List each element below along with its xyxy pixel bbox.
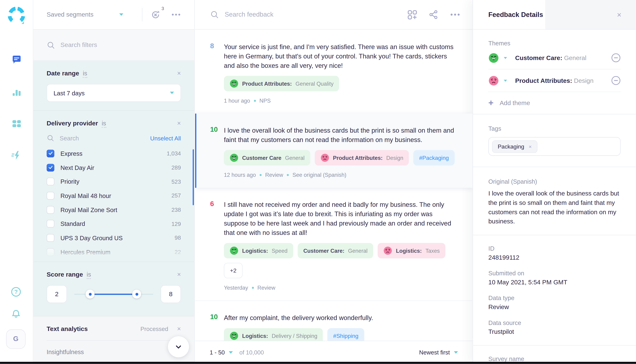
add-widget-icon[interactable] bbox=[407, 10, 417, 20]
checkbox-unchecked[interactable] bbox=[47, 206, 54, 214]
filter-operator[interactable]: is bbox=[83, 70, 87, 78]
chevron-down-icon[interactable] bbox=[504, 57, 507, 59]
theme-pill[interactable]: Logistics: Speed bbox=[224, 243, 293, 258]
unselect-all-link[interactable]: Unselect All bbox=[150, 135, 181, 142]
slider-active-track bbox=[90, 294, 137, 295]
theme-row: Product Attributes: Design bbox=[488, 70, 621, 92]
filters-sidebar: Saved segments 3 Date range is × Last 7 … bbox=[33, 0, 195, 364]
nav-analytics-icon[interactable] bbox=[11, 87, 22, 97]
score-range-slider[interactable] bbox=[74, 290, 153, 299]
close-icon[interactable]: × bbox=[617, 11, 622, 18]
filter-operator[interactable]: is bbox=[102, 120, 106, 128]
plus-icon: + bbox=[488, 98, 494, 108]
segments-header: Saved segments 3 bbox=[33, 0, 194, 30]
provider-option: Royal Mail Zone Sort 238 bbox=[47, 203, 181, 217]
remove-filter-icon[interactable]: × bbox=[177, 120, 181, 127]
provider-search-input[interactable] bbox=[60, 134, 120, 142]
feedback-list: 8 Your service is just fine, and I'm ver… bbox=[195, 30, 473, 341]
option-label[interactable]: Royal Mail 48 hour bbox=[60, 192, 111, 199]
slider-handle-min[interactable] bbox=[86, 290, 95, 299]
user-avatar[interactable]: G bbox=[6, 330, 26, 349]
search-feedback-input[interactable] bbox=[225, 11, 346, 18]
segments-more-menu[interactable] bbox=[171, 10, 181, 20]
provider-option: UPS 3 Day Ground US 98 bbox=[47, 231, 181, 245]
hashtag-pill[interactable]: #Packaging bbox=[414, 150, 454, 166]
add-theme-button[interactable]: + Add theme bbox=[488, 92, 621, 114]
share-icon[interactable] bbox=[429, 10, 438, 20]
feedback-details-panel: Feedback Details × Themes Customer Care:… bbox=[473, 0, 636, 364]
search-filters-input[interactable] bbox=[60, 41, 154, 48]
remove-tag-icon[interactable]: × bbox=[528, 144, 532, 149]
field-value: 10 May 2021, 5:54 PM GMT bbox=[488, 279, 621, 286]
divider bbox=[473, 114, 636, 114]
filter-operator[interactable]: is bbox=[87, 271, 91, 279]
nav-dashboards-icon[interactable] bbox=[11, 118, 22, 129]
option-label[interactable]: Express bbox=[60, 150, 82, 157]
feedback-item[interactable]: 6 I still have not received my order and… bbox=[195, 188, 473, 300]
saved-segments-dropdown[interactable]: Saved segments bbox=[47, 11, 94, 18]
option-label[interactable]: Standard bbox=[60, 220, 85, 227]
remove-filter-icon[interactable]: × bbox=[177, 70, 181, 77]
chevron-down-icon[interactable] bbox=[120, 14, 124, 16]
provider-option: Hercules Premium 22 bbox=[47, 245, 181, 259]
score-max-input[interactable]: 8 bbox=[160, 285, 181, 303]
total-count-label: of 10,000 bbox=[239, 349, 264, 356]
date-range-value: Last 7 days bbox=[54, 89, 84, 96]
positive-sentiment-emoji-icon[interactable] bbox=[488, 52, 499, 63]
panel-header: Feedback Details × bbox=[473, 0, 636, 30]
option-label[interactable]: Hercules Premium bbox=[60, 248, 110, 256]
nav-conversations-icon[interactable] bbox=[11, 55, 22, 65]
detail-field: ID 248199112 bbox=[488, 245, 621, 261]
chevron-down-icon[interactable] bbox=[504, 80, 507, 82]
feedback-score: 8 bbox=[210, 42, 224, 104]
option-label[interactable]: Royal Mail Zone Sort bbox=[60, 206, 117, 213]
checkbox-unchecked[interactable] bbox=[47, 248, 54, 256]
remove-theme-button[interactable] bbox=[611, 76, 621, 85]
feedback-item[interactable]: 10 After my complaint, the delivery work… bbox=[195, 300, 473, 341]
feedback-item[interactable]: 8 Your service is just fine, and I'm ver… bbox=[195, 30, 473, 114]
sort-order-dropdown[interactable]: Newest first bbox=[419, 349, 458, 356]
nav-automations-icon[interactable] bbox=[11, 150, 22, 161]
negative-sentiment-emoji-icon[interactable] bbox=[488, 75, 499, 86]
theme-pill[interactable]: Customer Care General bbox=[224, 150, 310, 166]
page-range-dropdown[interactable]: 1 - 50 bbox=[210, 349, 233, 356]
score-min-input[interactable]: 2 bbox=[47, 285, 67, 303]
more-options-icon[interactable] bbox=[450, 9, 460, 20]
filter-title: Score range bbox=[47, 271, 83, 278]
slider-handle-max[interactable] bbox=[132, 290, 141, 299]
theme-pill[interactable]: Product Attributes: General Quality bbox=[224, 76, 339, 91]
notifications-bell-icon[interactable] bbox=[10, 308, 22, 319]
filter-title: Delivery provider bbox=[47, 120, 98, 127]
positive-sentiment-emoji-icon bbox=[230, 331, 238, 340]
option-label[interactable]: UPS 3 Day Ground US bbox=[60, 234, 122, 241]
meta-dot bbox=[260, 174, 262, 176]
hashtag-pill[interactable]: #Shipping bbox=[328, 328, 364, 341]
checkbox-checked[interactable] bbox=[47, 150, 54, 157]
theme-pill[interactable]: Customer Care: General bbox=[298, 243, 373, 258]
insightfulness-label[interactable]: Insightfulness bbox=[47, 348, 181, 355]
collapse-sidebar-button[interactable] bbox=[168, 336, 189, 357]
remove-theme-button[interactable] bbox=[611, 53, 621, 62]
feedback-item-selected[interactable]: 10 I love the overall look of the busine… bbox=[195, 114, 473, 188]
brand-logo-icon[interactable] bbox=[7, 6, 26, 25]
theme-pill[interactable]: Product Attributes: Design bbox=[315, 150, 409, 166]
option-label[interactable]: Next Day Air bbox=[60, 164, 94, 171]
date-range-select[interactable]: Last 7 days bbox=[47, 84, 181, 102]
theme-pill[interactable]: Logistics: Delivery / Shipping bbox=[224, 328, 323, 341]
help-icon[interactable] bbox=[10, 286, 22, 297]
reset-filters-button[interactable]: 3 bbox=[151, 10, 161, 20]
field-label: Submitted on bbox=[488, 270, 621, 276]
option-label[interactable]: Priority bbox=[60, 178, 79, 185]
checkbox-unchecked[interactable] bbox=[47, 192, 54, 200]
tags-input[interactable]: Packaging × bbox=[488, 137, 621, 156]
theme-pill[interactable]: Logistics: Taxes bbox=[378, 243, 446, 258]
checkbox-unchecked[interactable] bbox=[47, 220, 54, 228]
remove-filter-icon[interactable]: × bbox=[177, 326, 181, 332]
more-themes-pill[interactable]: +2 bbox=[224, 263, 243, 278]
list-scrollbar[interactable] bbox=[193, 149, 194, 205]
remove-filter-icon[interactable]: × bbox=[177, 271, 181, 278]
checkbox-unchecked[interactable] bbox=[47, 234, 54, 242]
checkbox-unchecked[interactable] bbox=[47, 178, 54, 186]
checkbox-checked[interactable] bbox=[47, 164, 54, 172]
see-original-link[interactable]: See original (Spanish) bbox=[292, 172, 346, 178]
